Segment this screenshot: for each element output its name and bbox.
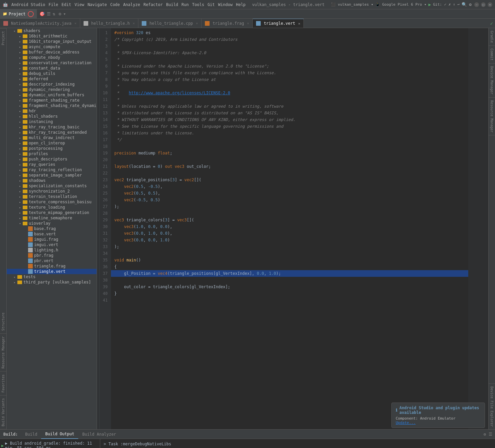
- right-label-device-explorer[interactable]: Device File Explorer: [489, 383, 495, 429]
- tree-base-frag[interactable]: base.frag: [7, 226, 97, 231]
- sidebar-structure-label[interactable]: Structure: [0, 310, 6, 334]
- tree-spec-constants[interactable]: ▸ specialization_constants: [7, 183, 97, 189]
- menu-edit[interactable]: Edit: [61, 2, 71, 7]
- tree-texture-compression[interactable]: ▸ texture_compression_basisu: [7, 199, 97, 205]
- right-label-resource-mgr[interactable]: Resource Manager: [489, 98, 495, 135]
- notification-link[interactable]: Update...: [396, 421, 481, 425]
- tree-tests[interactable]: ▸ tests: [7, 274, 97, 279]
- tree-instancing[interactable]: ▸ instancing: [7, 119, 97, 124]
- tree-ray-tracing[interactable]: ▸ ray_tracing_reflection: [7, 167, 97, 173]
- tree-postprocessing[interactable]: ▸ postprocessing: [7, 146, 97, 151]
- tree-timeline-semaphore[interactable]: ▸ timeline_semaphore: [7, 215, 97, 221]
- tree-hlsl-shaders[interactable]: ▸ hlsl_shaders: [7, 114, 97, 119]
- sidebar-build-variants-label[interactable]: Build Variants: [0, 396, 6, 429]
- tree-triangle-vert-file[interactable]: triangle.vert: [7, 269, 97, 274]
- tree-16bit-arith[interactable]: ▸ 16bit_arithmetic: [7, 33, 97, 39]
- close-tab-native[interactable]: ✕: [75, 21, 77, 25]
- tree-triangle-frag-file[interactable]: triangle.frag: [7, 263, 97, 269]
- tree-push-descriptors[interactable]: ▸ push_descriptors: [7, 156, 97, 162]
- menu-android-studio[interactable]: Android Studio: [11, 2, 45, 7]
- right-label-commit[interactable]: Commit: [489, 46, 495, 64]
- close-tab-triangle-vert[interactable]: ✕: [298, 22, 300, 25]
- tree-async-compute[interactable]: ▸ async_compute: [7, 44, 97, 49]
- build-tab-build[interactable]: Build: [21, 430, 41, 439]
- run-button[interactable]: ▶: [428, 2, 431, 7]
- tree-khr-ray-basic[interactable]: ▸ khr_ray_tracing_basic: [7, 124, 97, 130]
- menu-build[interactable]: Build: [166, 2, 178, 7]
- tree-constant-data[interactable]: ▸ constant_data: [7, 66, 97, 71]
- project-tab[interactable]: 📁 Project: [0, 9, 37, 18]
- tree-texture-mipmap[interactable]: ▸ texture_mipmap_generation: [7, 210, 97, 215]
- toolbar-dropdown-icon[interactable]: ▾: [63, 11, 66, 16]
- tree-base-vert[interactable]: base.vert: [7, 231, 97, 237]
- tab-triangle-frag[interactable]: triangle.frag ✕: [202, 19, 253, 28]
- tree-deferred[interactable]: ▸ deferred: [7, 76, 97, 82]
- tree-hdr[interactable]: ▸ hdr: [7, 108, 97, 114]
- tree-texture-loading[interactable]: ▸ texture_loading: [7, 205, 97, 210]
- close-tab-triangle-frag[interactable]: ✕: [247, 21, 249, 25]
- right-label-gradle[interactable]: Gradle: [489, 28, 495, 46]
- menu-refactor[interactable]: Refactor: [143, 2, 163, 7]
- menu-file[interactable]: File: [48, 2, 58, 7]
- tree-buffer-device[interactable]: ▸ buffer_device_address: [7, 49, 97, 55]
- tree-lighting-h[interactable]: lighting.h: [7, 247, 97, 253]
- close-tab-hello-cpp[interactable]: ✕: [196, 21, 198, 25]
- build-list-icon[interactable]: ☰: [489, 432, 492, 437]
- tree-ray-queries[interactable]: ▸ ray_queries: [7, 162, 97, 167]
- right-label-device-mgr[interactable]: Device Manager: [489, 64, 495, 97]
- tree-conservative-raster[interactable]: ▸ conservative_rasterization: [7, 60, 97, 66]
- run-config-selector[interactable]: ⬛ vulkan_samples ▾: [331, 2, 373, 7]
- close-button[interactable]: ✕: [488, 2, 492, 7]
- tree-third-party[interactable]: ▸ third_party [vulkan_samples]: [7, 279, 97, 285]
- close-tab-hello-h[interactable]: ✕: [133, 21, 135, 25]
- tree-terrain[interactable]: ▸ terrain_tessellation: [7, 194, 97, 199]
- tree-shadows[interactable]: ▸ shadows: [7, 178, 97, 183]
- toolbar-locate-icon[interactable]: 🎯: [39, 11, 45, 16]
- tree-sync2[interactable]: ▸ synchronization_2: [7, 189, 97, 194]
- tree-profiles[interactable]: ▸ profiles: [7, 151, 97, 156]
- tab-triangle-vert[interactable]: triangle.vert ✕: [253, 19, 304, 28]
- tree-open-cl[interactable]: ▸ open_cl_interop: [7, 140, 97, 146]
- tree-pbr-vert[interactable]: pbr.vert: [7, 258, 97, 263]
- tree-imgui-frag[interactable]: imgui.frag: [7, 237, 97, 242]
- build-tab-analyzer[interactable]: Build Analyzer: [78, 430, 120, 439]
- build-tab-output[interactable]: Build Output: [41, 430, 78, 439]
- search-icon[interactable]: 🔍: [462, 2, 467, 7]
- menu-code[interactable]: Code: [110, 2, 120, 7]
- settings-icon[interactable]: ⚙: [469, 2, 472, 7]
- tree-debug-utils[interactable]: ▸ debug_utils: [7, 71, 97, 76]
- tab-hello-cpp[interactable]: hello_triangle.cpp ✕: [138, 19, 202, 28]
- menu-git[interactable]: Git: [208, 2, 215, 7]
- tree-pbr-frag[interactable]: pbr.frag: [7, 253, 97, 258]
- tree-shaders[interactable]: ▸ shaders: [7, 28, 97, 33]
- tree-khr-ray-extended[interactable]: ▸ khr_ray_tracing_extended: [7, 130, 97, 135]
- menu-tools[interactable]: Tools: [192, 2, 204, 7]
- sidebar-project-label[interactable]: Project: [0, 28, 6, 48]
- menu-help[interactable]: Help: [236, 2, 246, 7]
- tree-descriptor-indexing[interactable]: ▸ descriptor_indexing: [7, 82, 97, 87]
- minimize-button[interactable]: —: [474, 2, 479, 7]
- tree-separate-image[interactable]: ▸ separate_image_sampler: [7, 173, 97, 178]
- sidebar-favorites-label[interactable]: Favorites: [0, 372, 6, 396]
- code-editor[interactable]: #version 320 es/* Copyright (c) 2019, Ar…: [111, 28, 468, 429]
- tab-hello-h[interactable]: hello_triangle.h ✕: [80, 19, 139, 28]
- tree-dynamic-uniform[interactable]: ▸ dynamic_uniform_buffers: [7, 92, 97, 98]
- sidebar-resource-label[interactable]: Resource Manager: [0, 334, 6, 371]
- maximize-button[interactable]: □: [481, 2, 486, 7]
- tree-imgui-vert[interactable]: imgui.vert: [7, 242, 97, 247]
- device-selector[interactable]: 📱 Google Pixel 6 Pro ▾: [375, 2, 426, 7]
- menu-run[interactable]: Run: [181, 2, 189, 7]
- toolbar-list-icon[interactable]: ☰: [47, 11, 51, 16]
- tree-multi-draw[interactable]: ▸ multi_draw_indirect: [7, 135, 97, 140]
- menu-analyze[interactable]: Analyze: [123, 2, 140, 7]
- build-tree-success[interactable]: ▶ ▶ Build android_gradle: finished: 11 m…: [1, 440, 99, 448]
- menu-navigate[interactable]: Navigate: [88, 2, 107, 7]
- tree-fragment-shading-dynamic[interactable]: ▸ fragment_shading_rate_dynamic: [7, 103, 97, 108]
- toolbar-gear-icon[interactable]: ⚙: [58, 11, 61, 16]
- menu-view[interactable]: View: [75, 2, 84, 7]
- tree-compute-nbody[interactable]: ▸ compute_nbody: [7, 55, 97, 60]
- toolbar-sort-icon[interactable]: ⇅: [53, 11, 55, 16]
- tree-16bit-storage[interactable]: ▸ 16bit_storage_input_output: [7, 39, 97, 44]
- build-settings-icon[interactable]: ⚙: [484, 432, 486, 437]
- tree-dynamic-rendering[interactable]: ▸ dynamic_rendering: [7, 87, 97, 92]
